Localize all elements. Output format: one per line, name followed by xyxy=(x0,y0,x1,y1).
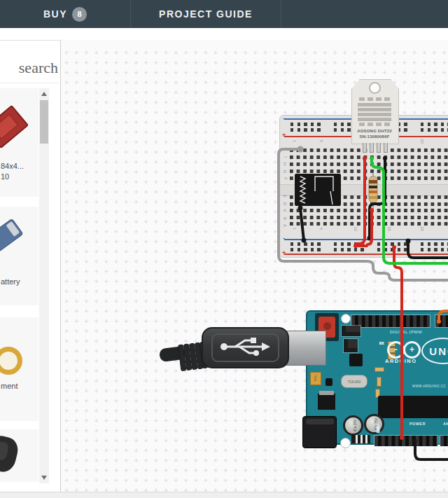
power-pin-label: VIN xyxy=(373,426,384,433)
rail-plus-symbol: + xyxy=(282,132,286,138)
list-item-battery[interactable]: attery xyxy=(0,207,38,305)
gold-ring-component-icon xyxy=(0,347,22,375)
power-header[interactable] xyxy=(374,436,438,446)
dht22-pin xyxy=(384,143,388,153)
mounting-hole xyxy=(341,314,351,324)
breadboard-row-letters-bottom: EDCBA xyxy=(282,194,288,228)
power-jack xyxy=(302,416,337,448)
list-item-label: ment xyxy=(1,381,18,392)
sidebar-scrollbar[interactable] xyxy=(39,88,49,483)
list-item-label: attery xyxy=(1,277,20,287)
breadboard-column-number: 1 xyxy=(292,140,297,142)
relay-component[interactable] xyxy=(295,174,341,206)
list-item-label: 10 xyxy=(1,172,9,182)
list-item-lcd-module[interactable]: 84x4... 10 xyxy=(0,88,38,197)
breadboard-row-letters-top: JIHGF xyxy=(282,147,288,181)
scroll-up-icon[interactable] xyxy=(41,92,47,96)
resistor-pack xyxy=(351,435,370,443)
breadboard-row-letter: E xyxy=(283,195,287,198)
dht22-mounting-hole xyxy=(369,82,381,94)
dht22-pin xyxy=(370,143,374,153)
breadboard-hole-row xyxy=(290,242,448,246)
dht22-sensor[interactable]: AOSONG DHT22 SN:13080086F xyxy=(351,79,398,152)
rail-plus-symbol: + xyxy=(282,250,286,256)
buy-count-badge: 8 xyxy=(72,7,87,22)
search-placeholder: search xyxy=(19,59,58,77)
breadboard-row-letter: H xyxy=(284,162,288,165)
breadboard-row-letter: J xyxy=(284,148,288,151)
arduino-site-label: WWW.ARDUINO.CC xyxy=(412,385,446,388)
project-guide-label: PROJECT GUIDE xyxy=(159,8,253,20)
breadboard-row-letter: I xyxy=(283,156,287,158)
red-lcd-module-icon xyxy=(0,105,29,149)
arduino-logo-icon: - xyxy=(387,341,405,359)
breadboard-hole-row xyxy=(290,162,448,166)
bottom-rail-red-line xyxy=(284,254,448,255)
uno-model-label: UNO xyxy=(421,338,448,364)
scrollbar-thumb[interactable] xyxy=(40,100,48,144)
power-pin-labels: IOREFRESET3.3V5VGNDGNDVIN xyxy=(375,424,437,435)
electrolytic-capacitor: 47u 25V xyxy=(343,415,363,436)
mounting-hole xyxy=(340,438,351,448)
smd-component: S001 xyxy=(310,372,321,385)
breadboard-hole-row xyxy=(290,209,448,212)
rail-minus-symbol: - xyxy=(283,116,285,121)
bottom-rail-blue-line xyxy=(284,239,448,240)
breadboard-row-letter: C xyxy=(284,209,288,212)
component-list: 84x4... 10 attery ment xyxy=(0,88,38,482)
battery-icon xyxy=(0,219,24,254)
bottom-status-bar xyxy=(0,492,448,498)
analog-header[interactable] xyxy=(440,436,448,446)
breadboard-row-letter: G xyxy=(283,170,287,173)
breadboard-column-number: 5 xyxy=(318,140,323,142)
nav-buy-button[interactable]: BUY 8 xyxy=(0,0,130,28)
arduino-logo-icon: + xyxy=(403,341,421,359)
search-input[interactable]: search xyxy=(0,55,59,83)
digital-header[interactable] xyxy=(351,315,430,327)
voltage-regulator xyxy=(318,394,335,410)
dht22-label-line2: SN:13080086F xyxy=(351,134,398,139)
digital-header-label: DIGITAL (PWM xyxy=(390,330,422,334)
dht22-label-line1: AOSONG DHT22 xyxy=(351,129,398,134)
breadboard-hole-row xyxy=(290,222,448,226)
crystal-oscillator: T16.000 xyxy=(341,375,368,388)
arduino-uno-board[interactable]: DIGITAL (PWM LTXRX - + ARDUINO UNO T16.0… xyxy=(306,310,448,445)
usb-trident-icon xyxy=(218,335,273,359)
rail-minus-symbol: - xyxy=(283,235,285,241)
buy-label: BUY xyxy=(43,8,67,20)
breadboard-column-number: 10 xyxy=(353,226,358,231)
components-sidebar: search 84x4... 10 attery ment xyxy=(0,28,60,492)
breadboard-column-number: 15 xyxy=(386,226,391,231)
nav-project-guide-button[interactable]: PROJECT GUIDE xyxy=(131,0,281,28)
digital-header-2[interactable] xyxy=(435,315,448,327)
arduino-brand-label: ARDUINO xyxy=(385,358,417,364)
breadboard-hole-row xyxy=(290,155,448,159)
breadboard-hole-row xyxy=(290,248,448,251)
dht22-pin xyxy=(363,143,367,153)
jp2-header[interactable] xyxy=(344,339,358,352)
list-item-label: 84x4... xyxy=(1,161,24,172)
dc-motor-icon xyxy=(0,434,20,475)
usb-plug[interactable] xyxy=(202,327,289,368)
breadboard-hole-row xyxy=(290,216,448,219)
breadboard-row-letter: F xyxy=(283,177,287,180)
list-item-ring-component[interactable]: ment xyxy=(0,317,38,421)
circuit-editor-app: - + 15101520 JIHGF EDCBA 15101520 - + xyxy=(0,0,448,498)
breadboard-column-number: 1 xyxy=(292,228,297,230)
breadboard-column-numbers-bottom: 15101520 xyxy=(280,226,413,232)
analog-header-label: AN xyxy=(443,422,448,426)
list-item-motor[interactable] xyxy=(0,429,38,482)
icsp-header[interactable] xyxy=(342,326,360,336)
scroll-down-icon[interactable] xyxy=(41,476,47,480)
atmega328-chip xyxy=(378,396,448,418)
breadboard-column-number: 20 xyxy=(419,226,424,231)
breadboard-row-letter: B xyxy=(283,216,287,219)
breadboard-row-letter: D xyxy=(284,202,288,205)
breadboard-hole-row xyxy=(290,170,448,173)
breadboard-column-number: 20 xyxy=(419,139,424,144)
atmega16u2-chip xyxy=(349,354,363,366)
led-label: RX xyxy=(379,340,384,346)
top-navigation-bar: BUY 8 PROJECT GUIDE xyxy=(0,0,448,28)
dht22-pin xyxy=(377,143,381,153)
breadboard-column-number: 5 xyxy=(318,228,323,230)
